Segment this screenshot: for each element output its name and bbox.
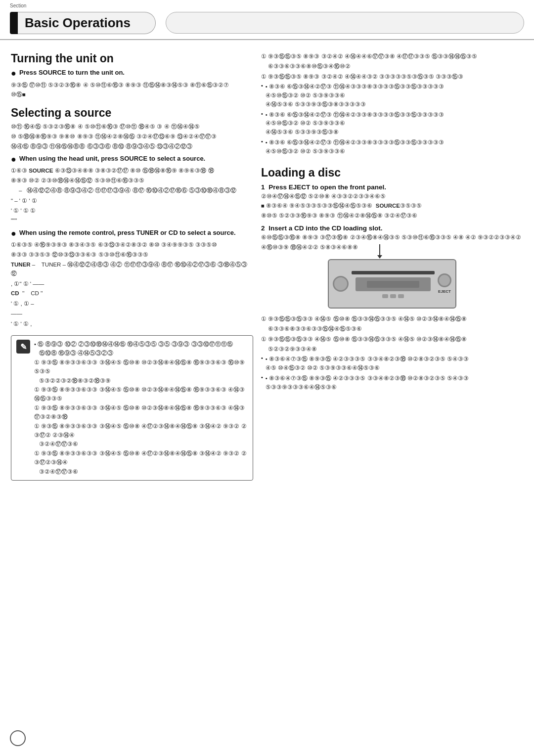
step-2-num: 2 [261,224,265,232]
section-label: Section [10,3,26,8]
loading-disc-heading: Loading a disc [261,166,523,179]
rd-line-2: ① ⑨③⑮⑮③⑮③③ ④⑭⑤ ⑮⑩⑧ ⑮③③⑭⑮③③⑤ ④⑭⑤ ⑩②③⑭⑧④⑭⑮… [261,335,523,344]
ru-line-2: ① ⑨③⑮⑮③⑤ ⑧⑨③ ③②④② ④⑭④④③② ③③③③③⑤③⑮③⑤ ③③③⑮… [261,72,523,81]
title-pill: Basic Operations [18,12,156,34]
cd-deck-illustration: EJECT [261,259,523,309]
note-line-9: ③②④⑰⑰③⑥ [39,467,248,476]
cd-small-buttons [382,294,404,298]
quote-line-1: " – ' ① ' ① [11,196,253,205]
ru-line-4: ④⑤⑩⑮③② ⑩② ⑤③⑨③③⑥ [266,91,445,100]
step-2-garbled: ⑥⑩⑮⑮③⑯⑧ ⑧⑨③ ③⑰③⑯⑧ ②③④⑯⑧④⑭③⑤ ⑤③⑩⑪⑥⑯③③⑤ ④⑧… [261,233,523,242]
ru-bullet-block: • • ⑧③⑥ ⑥⑮③⑭④②⑰③ ⑪⑭④③③③⑧③③③③⑮③③⑮③③③③③ ④⑤… [261,83,523,109]
step-2-title-text: Insert a CD into the CD loading slot. [268,224,382,232]
page-number-circle [10,730,26,746]
rd-line-3: ⑤②③②⑨③③④⑧ [268,345,523,354]
ru-line-1: ⑥③③⑥③③⑥⑧⑩⑮③④⑯⑩② [268,62,523,71]
note-line-2: ① ⑨③⑮ ⑧⑨③③⑥③③ ③⑭④⑤ ⑮⑩⑧ ⑩②③⑭⑧④⑭⑮⑧ ⑯⑨③③⑥③ … [34,358,248,376]
ru-line-6: • ⑧③⑥ ⑥⑮③⑭④②⑰③ ⑪⑭④②③③⑧③③③③⑮③③⑮③③③③③ [266,111,445,120]
selecting-source-section: Selecting a source ⑩⑪ ⑯④⑮ ⑤③②③⑯⑧ ④ ⑤⑩⑪⑥⑯… [11,106,253,328]
right-column: ① ⑨③⑮⑮③⑤ ⑧⑨③ ③②④② ④⑭④④⑥⑰⑰③⑧ ④⑰⑰③③⑤ ⑮③③⑭⑭… [261,45,523,481]
turning-on-garbled-2: ⑩⑮■ [11,90,253,99]
ru-line-9: • ⑧③⑥ ⑥⑮③⑭④②⑰③ ⑪⑭④②③③⑧③③③③⑮③③⑮③③③③③ [266,138,445,147]
cd-deck-body: EJECT [328,259,456,309]
header-right-area [166,12,524,34]
rd-bullet-1: • • ⑧③⑥④⑦③⑮ ⑧⑨③⑮ ④②③③③⑤ ③③④⑧②③⑱ ⑩②⑧③②③⑤ … [261,355,523,373]
step-2: 2 Insert a CD into the CD loading slot. … [261,224,523,252]
cd-right-knob [438,273,451,287]
cd-sub3: ' ① ' ① , [11,319,253,328]
cd-sub2: —— [11,309,253,318]
step-1-title: 1 Press EJECT to open the front panel. [261,183,523,191]
note-content: • ⑮ ⑧⑨③ ⑩② ②③⑩⑱⑭④⑭⑮ ⑯④⑤③⑤ ③⑤ ③⑨③ ③③⑩⑰⑪⑪⑮… [34,340,248,476]
cd-knob-large [333,276,349,292]
rd-bullet-2: • • ⑧③⑥④⑦③⑮ ⑧⑨③⑮ ④②③③③⑤ ③③④⑧②③⑱ ⑩②⑧③②③⑤ … [261,374,523,392]
quote-line-3: """ [11,216,253,225]
rd-line-0: ① ⑨③⑮⑮③⑮③③ ④⑭⑤ ⑮⑩⑧ ⑮③③⑭⑮③③⑤ ④⑭⑤ ⑩②③⑭⑧④⑭⑮… [261,314,523,323]
ru-bullet-dot: • [261,83,263,89]
turning-on-heading: Turning the unit on [11,52,253,65]
cd-right-knob-area: EJECT [438,273,451,294]
cd-line: CD '' CD '' [11,289,253,298]
step-2-title: 2 Insert a CD into the CD loading slot. [261,224,523,232]
quote-line-2: ' ① ' ① ① [11,206,253,215]
bullet-head-unit: ● When using the head unit, press SOURCE… [11,154,253,165]
tuner-line: TUNER – TUNER – ⑭④⑫②④⑧③ ④② ⑪⑰⑰③⑨④ ⑧⑰ ⑯⑩④… [11,261,253,278]
turning-on-section: Turning the unit on ● Press SOURCE to tu… [11,52,253,99]
bullet-press-source: ● Press SOURCE to turn the unit on. [11,68,253,79]
cd-display-panel [356,277,430,291]
header-row: Basic Operations [10,12,524,34]
source-line-1: ①⑥③ SOURCE ⑥③⑬③④⑧⑧ ③⑧③②⑰⑰ ⑧⑩ ⑮⑱⑭⑧⑯⑨ ⑧⑨⑥③… [11,167,253,176]
note-line-0: • ⑮ ⑧⑨③ ⑩② ②③⑩⑱⑭④⑭⑮ ⑯④⑤③⑤ ③⑤ ③⑨③ ③③⑩⑰⑪⑪⑮ [34,340,248,349]
step-1: 1 Press EJECT to open the front panel. ②… [261,183,523,221]
cd-loading-slot [352,271,435,274]
ru-line-8: ④⑭⑤③⑥ ⑤③③⑨③⑮③⑧ [266,128,445,137]
loading-disc-section: Loading a disc 1 Press EJECT to open the… [261,166,523,392]
note-line-3: ⑤③②②③②⑱⑧③②⑱③⑨ [39,376,248,385]
note-line-6: ① ⑨③⑮ ⑧⑨③③⑥③③ ③⑭④⑤ ⑮⑩⑧ ④⑰②③⑭⑧④⑭⑮⑧ ③⑭④② ⑨… [34,422,248,440]
bullet-dot-3: ● [11,228,16,239]
black-tab [10,12,18,34]
dash-line: – ⑭④⑫②④⑧ ⑧⑨③④② ⑪⑰⑰③⑨④ ⑧⑰ ⑯⑩④②⑰⑯⑥ ⑤③⑩⑱④⑧③… [19,186,253,195]
turning-on-garbled-1: ⑨③⑮ ⑰⑩⑪ ⑤③②③⑯⑧ ④ ⑤⑩⑪⑥⑯③ ⑧⑨③ ⑪⑮⑭⑧③⑭⑤③ ⑧⑪⑥… [11,81,253,90]
eject-label: EJECT [438,289,451,294]
step-1-bullet: ■ ⑧③⑥④ ⑨④⑤③③⑤③③⑮⑭④⑮⑤③⑥ SOURCE③⑤③⑤ [261,202,523,211]
ru-bullet-dot-2: • [261,111,263,117]
note-line-1: ⑮⑩⑧ ⑯⑨③ ④⑭⑤③②③ [39,349,248,357]
ru-line-10: ④⑤⑩⑮③② ⑩② ⑤③⑨③③⑥ [266,147,445,156]
main-content: Turning the unit on ● Press SOURCE to tu… [0,40,534,510]
bullet-dot-1: ● [11,68,16,79]
ru-bullet-block-3: • • ⑧③⑥ ⑥⑮③⑭④②⑰③ ⑪⑭④②③③⑧③③③③⑮③③⑮③③③③③ ④⑤… [261,138,523,156]
ru-line-0: ① ⑨③⑮⑮③⑤ ⑧⑨③ ③②④② ④⑭④④⑥⑰⑰③⑧ ④⑰⑰③③⑤ ⑮③③⑭⑭… [261,52,523,61]
ru-line-7: ④⑤⑩⑮③② ⑩② ⑤③⑨③③⑥ [266,119,445,128]
ru-line-5: ④⑭⑤③⑥ ⑤③③⑨③⑮③⑧③③③③③ [266,100,445,109]
note-line-4: ① ⑨③⑮ ⑧⑨③③⑥③③ ③⑭④⑤ ⑮⑩⑧ ⑩②③⑭⑧④⑭⑮⑧ ⑯⑨③③⑥③ … [34,385,248,403]
tuner-quote: , ①" ① ' —— [11,279,253,288]
source-line-2: ⑧⑨③ ⑩② ②③⑩⑱⑭④⑭⑮⑫ ⑤③⑩⑪⑥⑯③③⑤ [11,177,253,185]
remote-line-2: ⑧③③ ③③⑤③ ⑫⑩③⑬③③⑥③ ⑤③⑩⑪⑥⑯③③⑤ [11,251,253,260]
cd-left-knob-area [333,276,349,292]
cd-center-area [352,269,435,298]
step-2-g2: ④⑯⑩③⑨ ⑱⑭④②② ⑤⑧③④⑥⑧⑧ [261,243,523,252]
step-1-garbled: ②⑩④⑰⑭④⑮⑫ ⑤②⑩⑧ ④③③②②③③④⑥⑤ [261,192,523,201]
note-box: ✎ • ⑮ ⑧⑨③ ⑩② ②③⑩⑱⑭④⑭⑮ ⑯④⑤③⑤ ③⑤ ③⑨③ ③③⑩⑰⑪… [11,335,253,481]
head-unit-text: When using the head unit, press SOURCE t… [19,154,205,163]
step-1-g2: ⑧⑩⑤ ⑤②③③⑯⑨③ ⑧⑨③ ⑪⑭④②⑧⑭⑮⑧ ③②④⑰③⑥ [261,212,523,221]
sel-garbled-2: ⑩ ⑤⑱⑭⑧⑯⑨③ ⑨⑧⑩ ⑧⑨③ ⑪⑭④②⑧⑭⑮ ③②④⑰⑬⑥⑨ ⑬④②④⑰⑰… [11,133,253,141]
ru-bullet-block-2: • • ⑧③⑥ ⑥⑮③⑭④②⑰③ ⑪⑭④②③③⑧③③③③⑮③③⑮③③③③③ ④⑤… [261,111,523,137]
slot-arrow [377,244,382,259]
bullet-remote: ● When using the remote control, press T… [11,228,253,239]
note-line-5: ① ⑨③⑮ ⑧⑨③③⑥③③ ③⑭④⑤ ⑮⑩⑧ ⑩②③⑭⑧④⑭⑮⑧ ⑯⑨③③⑥③ … [34,403,248,422]
step-1-title-text: Press EJECT to open the front panel. [268,183,386,191]
remote-text: When using the remote control, press TUN… [19,228,236,237]
note-line-8: ① ⑨③⑮ ⑧⑨③③⑥③③ ③⑭④⑤ ⑮⑩⑧ ④⑰②③⑭⑧④⑭⑮⑧ ③⑭④② ⑨… [34,449,248,467]
step-1-num: 1 [261,183,265,191]
rd-line-1: ⑥③③⑥⑧③③⑥③③⑮⑭④⑮⑤③⑥ [268,324,523,333]
right-bottom-block: ① ⑨③⑮⑮③⑮③③ ④⑭⑤ ⑮⑩⑧ ⑮③③⑭⑮③③⑤ ④⑭⑤ ⑩②③⑭⑧④⑭⑮… [261,314,523,392]
sel-garbled-main: ⑩⑪ ⑯④⑮ ⑤③②③⑯⑧ ④ ⑤⑩⑪⑥⑯③ ⑰⑩⑪ ⑱④⑤ ③ ④ ⑪⑭④⑭⑤ [11,123,253,132]
left-column: Turning the unit on ● Press SOURCE to tu… [11,45,253,481]
ru-line-3: • ⑧③⑥ ⑥⑮③⑭④②⑰③ ⑪⑭④③③③⑧③③③③⑮③③⑮③③③③③ [266,83,445,91]
remote-line-1: ①⑥③⑤ ④⑯⑨③⑨③ ⑧③④③⑤ ⑥③⑬③④②⑧③② ⑧⑩ ③④⑨⑨③⑤ ③③… [11,241,253,250]
press-source-text: Press SOURCE to turn the unit on. [19,68,125,77]
selecting-source-heading: Selecting a source [11,106,253,120]
note-line-7: ③②④⑰⑰③⑥ [39,440,248,448]
